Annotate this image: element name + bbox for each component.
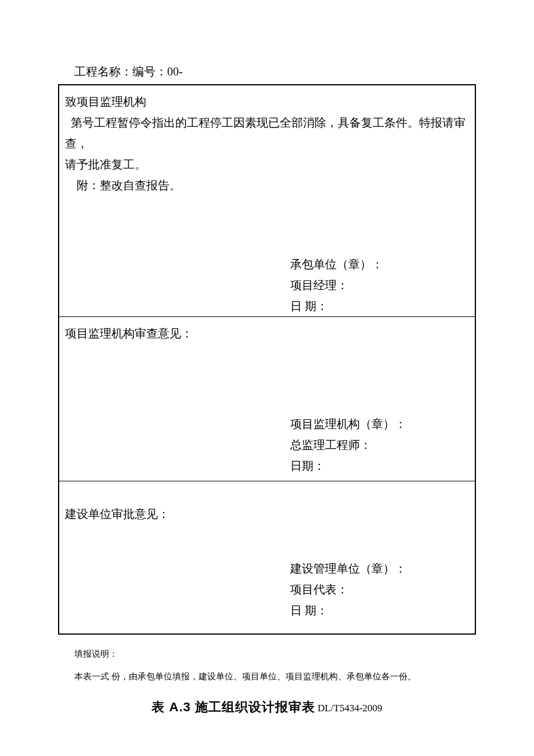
contractor-signature-block: 承包单位（章）： 项目经理： 日 期： xyxy=(290,254,383,316)
chief-engineer: 总监理工程师： xyxy=(290,434,406,455)
section-supervisor-review: 项目监理机构审查意见： 项目监理机构（章）： 总监理工程师： 日期： xyxy=(59,317,475,481)
owner-unit-seal: 建设管理单位（章）： xyxy=(290,558,406,579)
owner-signature-block: 建设管理单位（章）： 项目代表： 日 期： xyxy=(290,558,406,621)
project-label: 工程名称：编号：00- xyxy=(74,65,183,78)
body-line-1: 第号工程暂停令指出的工程停工因素现已全部消除，具备复工条件。特报请审查， xyxy=(65,112,469,154)
notes-body: 本表一式 份，由承包单位填报，建设单位、项目单位、项目监理机构、承包单位各一份。 xyxy=(74,665,476,688)
owner-date: 日 期： xyxy=(290,600,406,621)
contractor-unit-seal: 承包单位（章）： xyxy=(290,254,383,275)
project-manager: 项目经理： xyxy=(290,275,383,296)
owner-approval-title: 建设单位审批意见： xyxy=(65,503,469,524)
section-contractor-report: 致项目监理机构 第号工程暂停令指出的工程停工因素现已全部消除，具备复工条件。特报… xyxy=(59,85,475,316)
form-table: 致项目监理机构 第号工程暂停令指出的工程停工因素现已全部消除，具备复工条件。特报… xyxy=(58,84,476,635)
standard-code: DL/T5434-2009 xyxy=(315,703,383,714)
body-line-2: 请予批准复工。 xyxy=(65,154,469,175)
page-container: 工程名称：编号：00- 致项目监理机构 第号工程暂停令指出的工程停工因素现已全部… xyxy=(0,0,534,751)
notes-title: 填报说明： xyxy=(74,643,476,665)
to-supervisor: 致项目监理机构 xyxy=(65,91,469,112)
form-a3-title: 表 A.3 施工组织设计报审表 xyxy=(151,700,315,714)
attachment-line: 附：整改自查报告。 xyxy=(65,175,469,196)
project-header: 工程名称：编号：00- xyxy=(58,64,476,80)
supervisor-unit-seal: 项目监理机构（章）： xyxy=(290,413,406,434)
section-owner-approval: 建设单位审批意见： 建设管理单位（章）： 项目代表： 日 期： xyxy=(59,481,475,633)
supervisor-review-title: 项目监理机构审查意见： xyxy=(65,323,469,344)
contractor-date: 日 期： xyxy=(290,296,383,316)
filing-notes: 填报说明： 本表一式 份，由承包单位填报，建设单位、项目单位、项目监理机构、承包… xyxy=(58,643,476,688)
supervisor-date: 日期： xyxy=(290,455,406,476)
next-form-title: 表 A.3 施工组织设计报审表 DL/T5434-2009 xyxy=(58,699,476,716)
supervisor-signature-block: 项目监理机构（章）： 总监理工程师： 日期： xyxy=(290,413,406,476)
project-representative: 项目代表： xyxy=(290,579,406,600)
